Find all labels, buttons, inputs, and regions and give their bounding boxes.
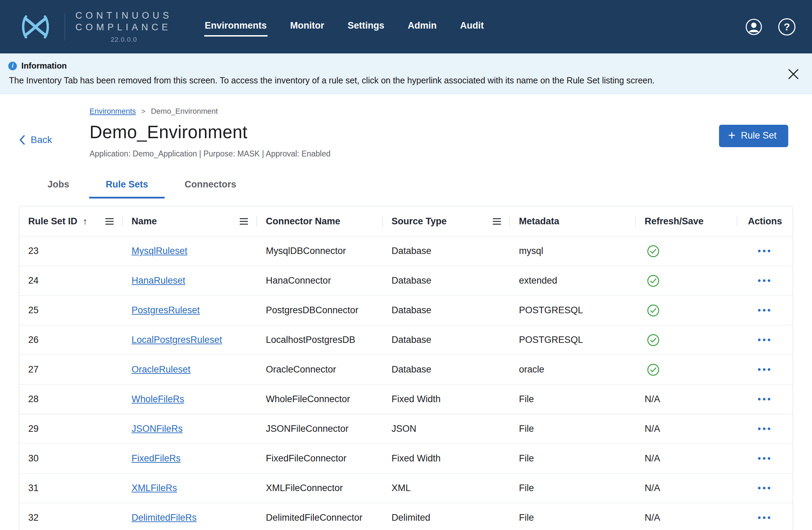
refresh-na-text: N/A [645,453,660,463]
row-actions-icon[interactable]: ••• [758,305,772,315]
table-body: 23 MysqlRuleset MysqlDBConnector Databas… [19,236,793,530]
user-avatar-icon[interactable] [745,18,762,35]
source-type-cell: JSON [383,424,510,434]
top-navigation-bar: CONTINUOUS COMPLIANCE 22.0.0.0 Environme… [0,0,812,53]
nav-item-admin[interactable]: Admin [407,17,437,37]
info-icon: i [8,62,17,70]
refresh-na-text: N/A [645,483,660,493]
column-menu-icon[interactable] [240,217,248,226]
rule-set-name-link[interactable]: HanaRuleset [132,275,185,286]
rule-set-name-link[interactable]: WholeFileRs [132,394,184,404]
name-cell: MysqlRuleset [123,246,257,256]
column-header-connector-name[interactable]: Connector Name [257,206,383,236]
nav-item-monitor[interactable]: Monitor [290,17,325,37]
main-nav: Environments Monitor Settings Admin Audi… [204,17,485,37]
column-label: Actions [748,216,782,227]
name-cell: WholeFileRs [123,394,257,405]
help-glyph: ? [784,21,790,33]
nav-item-settings[interactable]: Settings [347,17,385,37]
metadata-cell: File [510,512,636,523]
brand-line-1: CONTINUOUS [75,10,173,22]
column-header-rule-set-id[interactable]: Rule Set ID ↑ [19,206,123,236]
rule-set-name-link[interactable]: XMLFileRs [132,483,177,493]
sort-asc-icon[interactable]: ↑ [83,216,87,227]
tab-rule-sets[interactable]: Rule Sets [89,174,165,198]
actions-cell: ••• [737,364,793,375]
source-type-cell: Database [383,335,510,345]
tab-connectors[interactable]: Connectors [168,174,253,198]
page-header: Back Environments > Demo_Environment Dem… [0,94,812,159]
table-header-row: Rule Set ID ↑ Name Connector Name Source… [19,206,793,236]
row-actions-icon[interactable]: ••• [758,483,772,493]
nav-item-audit[interactable]: Audit [459,17,485,37]
rule-set-id-cell: 29 [19,424,123,434]
column-header-source-type[interactable]: Source Type [383,206,510,236]
column-label: Connector Name [266,216,340,227]
column-label: Source Type [392,216,447,227]
source-type-cell: Database [383,275,510,286]
row-actions-icon[interactable]: ••• [758,364,772,375]
row-actions-icon[interactable]: ••• [758,246,772,256]
rule-set-name-link[interactable]: OracleRuleset [132,364,190,375]
row-actions-icon[interactable]: ••• [758,275,772,286]
breadcrumb: Environments > Demo_Environment [90,107,719,116]
row-actions-icon[interactable]: ••• [758,335,772,345]
row-actions-icon[interactable]: ••• [758,512,772,523]
refresh-save-cell: N/A [636,512,737,523]
table-row: 28 WholeFileRs WholeFileConnector Fixed … [19,384,793,414]
column-header-refresh-save[interactable]: Refresh/Save [636,206,737,236]
info-glyph: i [12,62,13,69]
rule-set-name-link[interactable]: LocalPostgresRuleset [132,335,222,345]
tab-jobs[interactable]: Jobs [31,174,86,198]
row-actions-icon[interactable]: ••• [758,394,772,404]
column-label: Rule Set ID [28,216,77,227]
metadata-cell: oracle [510,364,636,375]
column-label: Refresh/Save [645,216,704,227]
rule-set-name-link[interactable]: DelimitedFileRs [132,512,197,523]
table-row: 30 FixedFileRs FixedFileConnector Fixed … [19,444,793,473]
back-button[interactable]: Back [19,134,52,145]
refresh-save-cell: N/A [636,483,737,493]
add-rule-set-button[interactable]: + Rule Set [719,125,788,147]
column-header-actions: Actions [737,206,793,236]
brand-name: CONTINUOUS COMPLIANCE 22.0.0.0 [75,10,173,44]
metadata-cell: POSTGRESQL [510,335,636,345]
help-icon[interactable]: ? [778,18,795,35]
rule-set-name-link[interactable]: PostgresRuleset [132,305,200,315]
connector-name-cell: LocalhostPostgresDB [257,335,383,345]
metadata-cell: mysql [510,246,636,256]
nav-item-environments[interactable]: Environments [204,17,268,37]
rule-set-name-link[interactable]: MysqlRuleset [132,246,187,256]
column-label: Metadata [519,216,559,227]
actions-cell: ••• [737,483,793,493]
name-cell: LocalPostgresRuleset [123,335,257,345]
column-menu-icon[interactable] [493,217,501,226]
row-actions-icon[interactable]: ••• [758,453,772,463]
rule-set-id-cell: 31 [19,483,123,493]
rule-set-id-cell: 26 [19,335,123,345]
rule-set-name-link[interactable]: FixedFileRs [132,453,181,463]
delphix-logo-icon [17,12,54,42]
row-actions-icon[interactable]: ••• [758,424,772,434]
refresh-success-icon [647,363,660,376]
back-label: Back [31,134,52,145]
column-header-name[interactable]: Name [123,206,257,236]
source-type-cell: Fixed Width [383,453,510,464]
rule-set-id-cell: 30 [19,453,123,464]
column-menu-icon[interactable] [105,217,114,226]
column-label: Name [132,216,157,227]
connector-name-cell: OracleConnector [257,364,383,375]
banner-close-icon[interactable] [786,67,801,82]
actions-cell: ••• [737,335,793,345]
name-cell: DelimitedFileRs [123,512,257,523]
refresh-success-icon [647,245,660,258]
column-header-metadata[interactable]: Metadata [510,206,636,236]
refresh-save-cell: N/A [636,453,737,464]
table-row: 29 JSONFileRs JSONFileConnector JSON Fil… [19,414,793,444]
rule-set-name-link[interactable]: JSONFileRs [132,424,183,434]
breadcrumb-environments-link[interactable]: Environments [90,107,136,116]
connector-name-cell: XMLFileConnector [257,483,383,493]
rule-set-id-cell: 32 [19,512,123,523]
refresh-success-icon [647,274,660,287]
rule-sets-table: Rule Set ID ↑ Name Connector Name Source… [19,206,793,530]
